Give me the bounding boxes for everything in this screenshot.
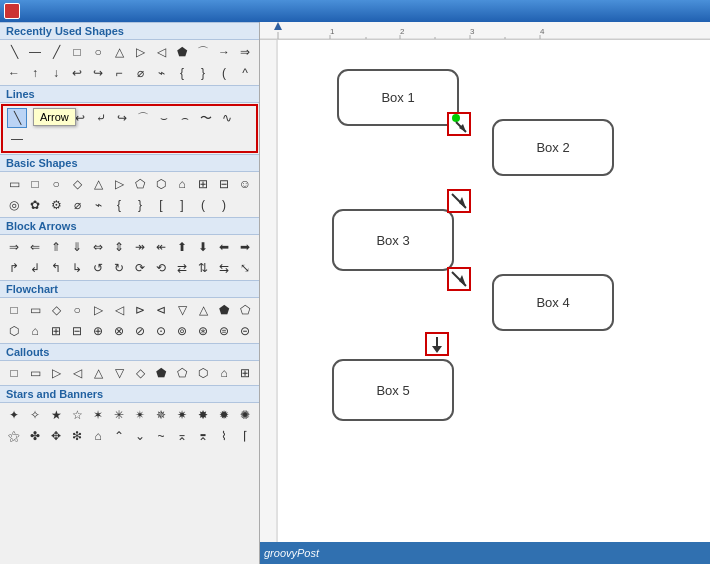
shape-icon[interactable]: ✵ xyxy=(151,405,171,425)
shape-icon[interactable]: ⇐ xyxy=(25,237,45,257)
shape-icon[interactable]: ⊝ xyxy=(235,321,255,341)
shape-icon[interactable]: } xyxy=(193,63,213,83)
shape-icon[interactable]: ⊕ xyxy=(88,321,108,341)
shape-icon[interactable]: □ xyxy=(4,363,24,383)
shape-icon[interactable]: ➡ xyxy=(235,237,255,257)
shape-icon[interactable]: → xyxy=(214,42,234,62)
shape-icon[interactable]: ○ xyxy=(67,300,87,320)
arrow-shape-icon[interactable]: ╲ xyxy=(7,108,27,128)
shape-icon[interactable]: ↞ xyxy=(151,237,171,257)
shape-icon[interactable]: ◇ xyxy=(130,363,150,383)
shape-icon[interactable]: ⌆ xyxy=(193,426,213,446)
shape-icon[interactable]: { xyxy=(109,195,129,215)
shape-icon[interactable]: ◁ xyxy=(67,363,87,383)
shape-icon[interactable]: ⊞ xyxy=(46,321,66,341)
shape-icon[interactable]: ⌂ xyxy=(88,426,108,446)
shape-icon[interactable]: ◇ xyxy=(67,174,87,194)
shape-icon[interactable]: ⬠ xyxy=(235,300,255,320)
shape-icon[interactable]: ⇄ xyxy=(172,258,192,278)
shape-icon[interactable]: ⬡ xyxy=(4,321,24,341)
shape-icon[interactable]: ← xyxy=(4,63,24,83)
shape-icon[interactable]: ☺ xyxy=(235,174,255,194)
shape-icon[interactable]: ⊳ xyxy=(130,300,150,320)
shape-icon[interactable]: ⌃ xyxy=(109,426,129,446)
shape-icon[interactable]: △ xyxy=(193,300,213,320)
shape-icon[interactable]: ╲ xyxy=(4,42,24,62)
shape-icon[interactable]: ⤶ xyxy=(91,108,111,128)
shape-icon[interactable]: ▷ xyxy=(130,42,150,62)
shape-icon[interactable]: ↑ xyxy=(25,63,45,83)
shape-icon[interactable]: ⚝ xyxy=(4,426,24,446)
shape-icon[interactable]: ↠ xyxy=(130,237,150,257)
shape-icon[interactable]: ( xyxy=(214,63,234,83)
shape-icon[interactable]: ✥ xyxy=(46,426,66,446)
shape-icon[interactable]: ▷ xyxy=(109,174,129,194)
shape-icon[interactable]: ▭ xyxy=(25,300,45,320)
shape-icon[interactable]: } xyxy=(130,195,150,215)
shape-icon[interactable]: ⬡ xyxy=(151,174,171,194)
shape-icon[interactable]: ↓ xyxy=(46,63,66,83)
shape-icon[interactable]: ★ xyxy=(46,405,66,425)
shape-icon[interactable]: { xyxy=(172,63,192,83)
shape-icon[interactable]: ✧ xyxy=(25,405,45,425)
shape-icon[interactable]: ▭ xyxy=(25,363,45,383)
shape-icon[interactable]: ⬇ xyxy=(193,237,213,257)
shape-icon[interactable]: ⬟ xyxy=(172,42,192,62)
shape-icon[interactable]: ↺ xyxy=(88,258,108,278)
shape-icon[interactable]: ⇅ xyxy=(193,258,213,278)
shape-icon[interactable]: [ xyxy=(151,195,171,215)
shape-icon[interactable]: △ xyxy=(88,363,108,383)
shape-icon[interactable]: ⊞ xyxy=(235,363,255,383)
shape-icon[interactable]: ✸ xyxy=(193,405,213,425)
shape-icon[interactable]: ⌢ xyxy=(175,108,195,128)
shape-icon[interactable]: ▷ xyxy=(88,300,108,320)
shape-icon[interactable]: ⟲ xyxy=(151,258,171,278)
shape-icon[interactable]: ⌇ xyxy=(214,426,234,446)
shape-icon[interactable]: ⌣ xyxy=(154,108,174,128)
shape-icon[interactable]: □ xyxy=(25,174,45,194)
shape-icon[interactable]: ⌈ xyxy=(235,426,255,446)
shape-icon[interactable]: ⊘ xyxy=(130,321,150,341)
shape-icon[interactable]: ⊲ xyxy=(151,300,171,320)
shape-icon[interactable]: ⇒ xyxy=(235,42,255,62)
shape-icon[interactable]: ▽ xyxy=(172,300,192,320)
shape-icon[interactable]: ⊚ xyxy=(172,321,192,341)
shape-icon[interactable]: ^ xyxy=(235,63,255,83)
shape-icon[interactable]: ~ xyxy=(151,426,171,446)
shape-icon[interactable]: — xyxy=(7,129,27,149)
shape-icon[interactable]: ( xyxy=(193,195,213,215)
shape-icon[interactable]: ✺ xyxy=(235,405,255,425)
shape-icon[interactable]: ⊛ xyxy=(193,321,213,341)
shape-icon[interactable]: ⌀ xyxy=(67,195,87,215)
shape-icon[interactable]: ✦ xyxy=(4,405,24,425)
shape-icon[interactable]: ⇓ xyxy=(67,237,87,257)
shape-icon[interactable]: □ xyxy=(4,300,24,320)
shape-icon[interactable]: ⬆ xyxy=(172,237,192,257)
shapes-panel[interactable]: Recently Used Shapes ╲ — ╱ □ ○ △ ▷ ◁ ⬟ ⌒… xyxy=(0,22,259,564)
shape-icon[interactable]: ⬟ xyxy=(151,363,171,383)
shape-icon[interactable]: ✹ xyxy=(214,405,234,425)
shape-icon[interactable]: ⇕ xyxy=(109,237,129,257)
shape-icon[interactable]: ◎ xyxy=(4,195,24,215)
shape-icon[interactable]: ) xyxy=(214,195,234,215)
shape-icon[interactable]: ╱ xyxy=(46,42,66,62)
shape-icon[interactable]: ⚙ xyxy=(46,195,66,215)
shape-icon[interactable]: ⌒ xyxy=(133,108,153,128)
shape-icon[interactable]: ⊙ xyxy=(151,321,171,341)
shape-icon[interactable]: ⌁ xyxy=(88,195,108,215)
shape-icon[interactable]: ○ xyxy=(46,174,66,194)
shape-icon[interactable]: ▽ xyxy=(109,363,129,383)
shape-icon[interactable]: ⌒ xyxy=(193,42,213,62)
shape-icon[interactable]: ∿ xyxy=(217,108,237,128)
shape-icon[interactable]: ↪ xyxy=(112,108,132,128)
shape-icon[interactable]: ↻ xyxy=(109,258,129,278)
shape-icon[interactable]: ⌁ xyxy=(151,63,171,83)
shape-icon[interactable]: ⊗ xyxy=(109,321,129,341)
shape-icon[interactable]: ✳ xyxy=(109,405,129,425)
shape-icon[interactable]: ▭ xyxy=(4,174,24,194)
shape-icon[interactable]: ⌂ xyxy=(172,174,192,194)
shape-icon[interactable]: ⤡ xyxy=(235,258,255,278)
shape-icon[interactable]: ↳ xyxy=(67,258,87,278)
shape-icon[interactable]: ⌅ xyxy=(172,426,192,446)
shape-icon[interactable]: ☆ xyxy=(67,405,87,425)
